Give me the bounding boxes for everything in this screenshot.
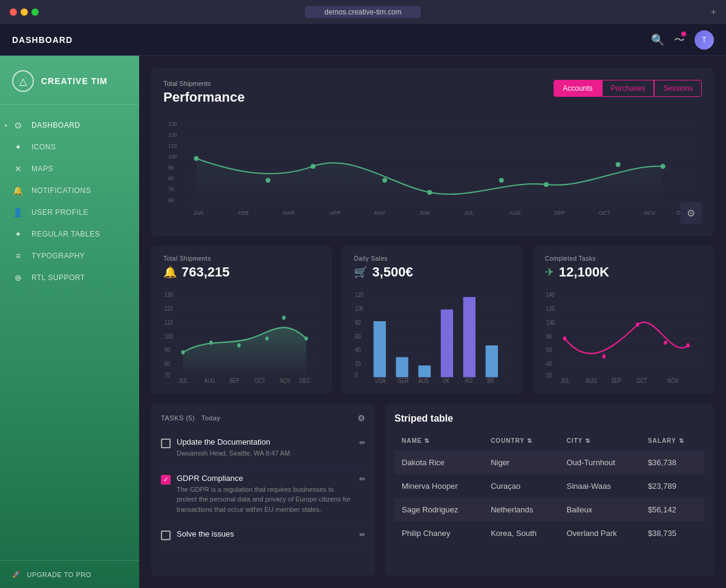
tasks-mini-chart: 140 120 100 80 60 40 20 <box>545 287 702 384</box>
svg-text:120: 120 <box>546 305 555 312</box>
svg-text:BR: BR <box>488 377 495 384</box>
svg-point-18 <box>310 164 315 169</box>
tasks-icon: ✈ <box>545 266 554 279</box>
task-3-edit-icon[interactable]: ✏ <box>359 531 365 539</box>
svg-text:0: 0 <box>355 372 358 379</box>
task-3-content: Solve the issues <box>177 529 353 538</box>
search-icon[interactable]: 🔍 <box>651 33 664 47</box>
cell-country-0: Niger <box>483 451 559 475</box>
cell-salary-0: $36,738 <box>641 451 704 475</box>
sidebar-label-typography: TYPOGRAPHY <box>31 252 85 260</box>
svg-point-24 <box>661 164 666 169</box>
sidebar-item-notifications[interactable]: 🔔 NOTIFICATIONS <box>0 180 139 201</box>
svg-text:GER: GER <box>398 377 409 384</box>
notifications-icon: 🔔 <box>12 186 24 195</box>
avatar[interactable]: T <box>695 30 714 50</box>
chart-settings-button[interactable]: ⚙ <box>680 202 702 224</box>
shipments-value: 763,215 <box>182 264 230 280</box>
task-2-content: GDPR Compliance The GDPR is a regulation… <box>177 474 353 515</box>
svg-text:120: 120 <box>355 292 364 298</box>
sidebar-item-dashboard[interactable]: ⊙ DASHBOARD <box>0 114 139 136</box>
sidebar-item-typography[interactable]: ≡ TYPOGRAPHY <box>0 245 139 267</box>
svg-text:110: 110 <box>168 143 177 149</box>
brand-name: CREATIVE TIM <box>41 76 108 86</box>
svg-text:USA: USA <box>376 377 387 384</box>
svg-point-19 <box>382 178 387 183</box>
header-icons: 🔍 〜 T <box>651 30 714 50</box>
header-title: DASHBOARD <box>12 35 651 45</box>
task-1-checkbox[interactable] <box>161 439 171 448</box>
col-name[interactable]: NAME ⇅ <box>394 431 483 451</box>
minimize-button[interactable] <box>21 8 28 16</box>
svg-point-101 <box>563 336 566 341</box>
svg-point-51 <box>209 341 213 345</box>
sidebar-item-icons[interactable]: ✦ ICONS <box>0 136 139 158</box>
cell-salary-1: $23,789 <box>641 474 704 498</box>
svg-text:JUL: JUL <box>464 210 474 216</box>
new-tab-button[interactable]: + <box>711 7 716 18</box>
svg-point-103 <box>636 322 639 327</box>
sidebar-label-dashboard: DASHBOARD <box>31 121 80 129</box>
tasks-header: TASKS (5) Today ⚙ <box>161 413 365 423</box>
svg-text:80: 80 <box>355 319 361 326</box>
svg-text:OCT: OCT <box>636 377 647 384</box>
close-button[interactable] <box>10 8 17 16</box>
shipments-icon: 🔔 <box>163 266 177 279</box>
striped-table: NAME ⇅ COUNTRY ⇅ <box>394 431 704 545</box>
svg-rect-78 <box>419 365 431 377</box>
task-item-1: Update the Documentation Dwuamish Head, … <box>161 430 365 466</box>
tasks-value-row: ✈ 12,100K <box>545 264 702 280</box>
svg-text:100: 100 <box>355 305 364 312</box>
rtl-support-icon: ⊕ <box>12 273 24 283</box>
stat-card-sales: Daily Sales 🛒 3,500€ 120 100 80 60 40 20… <box>342 246 523 394</box>
url-bar[interactable]: demos.creative-tim.com <box>305 6 420 18</box>
sidebar-item-user-profile[interactable]: 👤 USER PROFILE <box>0 201 139 223</box>
titlebar: demos.creative-tim.com + <box>0 0 726 24</box>
sales-chart: 120 100 80 60 40 20 0 <box>354 287 511 384</box>
svg-text:130: 130 <box>165 292 173 298</box>
cell-country-1: Curaçao <box>483 474 559 498</box>
sort-icon-city: ⇅ <box>585 437 590 444</box>
sidebar-item-maps[interactable]: ✕ MAPS <box>0 158 139 180</box>
task-2-desc: The GDPR is a regulation that requires b… <box>177 485 353 515</box>
tab-accounts[interactable]: Accounts <box>554 80 601 97</box>
col-country[interactable]: COUNTRY ⇅ <box>483 431 559 451</box>
table-row: Philip Chaney Korea, South Overland Park… <box>394 521 704 545</box>
sort-icon-name: ⇅ <box>424 437 430 444</box>
task-3-name: Solve the issues <box>177 529 353 538</box>
stat-card-shipments: Total Shipments 🔔 763,215 130 <box>151 246 332 394</box>
sidebar-nav: ⊙ DASHBOARD ✦ ICONS ✕ MAPS 🔔 NOTIFICATIO… <box>0 105 139 560</box>
task-1-edit-icon[interactable]: ✏ <box>359 439 365 447</box>
col-salary[interactable]: SALARY ⇅ <box>641 431 704 451</box>
tab-sessions[interactable]: Sessions <box>654 80 702 97</box>
bottom-row: TASKS (5) Today ⚙ Update the Documentati… <box>151 403 714 576</box>
sidebar-item-rtl-support[interactable]: ⊕ RTL SUPPORT <box>0 267 139 289</box>
sidebar-item-regular-tables[interactable]: ✦ REGULAR TABLES <box>0 223 139 245</box>
svg-text:90: 90 <box>165 347 170 354</box>
svg-text:60: 60 <box>168 197 174 203</box>
app-header: DASHBOARD 🔍 〜 T <box>0 24 726 56</box>
url-text: demos.creative-tim.com <box>324 8 401 16</box>
col-city[interactable]: CITY ⇅ <box>559 431 640 451</box>
striped-table-card: Striped table NAME ⇅ <box>385 403 714 576</box>
sort-icon-salary: ⇅ <box>679 437 684 444</box>
upgrade-label: UPGRADE TO PRO <box>27 571 91 578</box>
svg-text:130: 130 <box>168 121 177 127</box>
svg-text:DEC: DEC <box>299 377 310 384</box>
cell-salary-3: $38,735 <box>641 521 704 545</box>
maximize-button[interactable] <box>31 8 39 16</box>
tab-purchases[interactable]: Purchases <box>602 80 655 97</box>
typography-icon: ≡ <box>12 251 24 261</box>
svg-point-23 <box>616 162 621 167</box>
upgrade-to-pro-button[interactable]: 🚀 UPGRADE TO PRO <box>0 560 139 588</box>
task-2-edit-icon[interactable]: ✏ <box>359 475 365 483</box>
task-1-name: Update the Documentation <box>177 437 353 446</box>
svg-text:FEB: FEB <box>238 210 249 216</box>
task-3-checkbox[interactable] <box>161 531 171 540</box>
svg-point-20 <box>427 190 432 195</box>
task-2-checkbox[interactable]: ✓ <box>161 475 171 485</box>
tasks-settings-icon[interactable]: ⚙ <box>358 413 365 423</box>
svg-text:120: 120 <box>168 132 177 138</box>
activity-icon[interactable]: 〜 <box>674 33 685 47</box>
svg-text:RO: RO <box>465 377 473 384</box>
